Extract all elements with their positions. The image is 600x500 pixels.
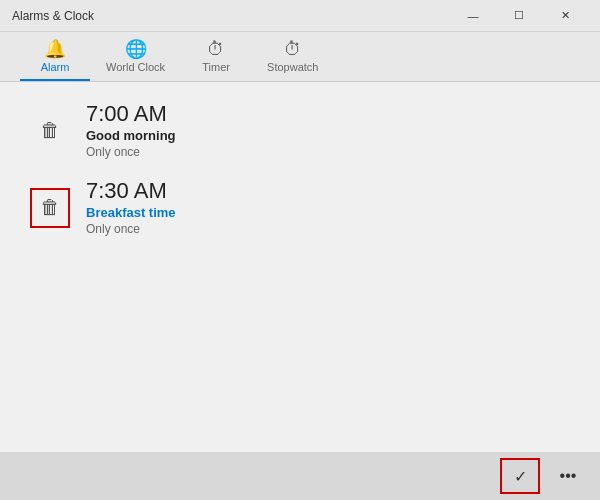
tab-bar: 🔔 Alarm 🌐 World Clock ⏱ Timer ⏱ Stopwatc…	[0, 32, 600, 82]
alarm-item-2: 🗑 7:30 AM Breakfast time Only once	[30, 179, 570, 236]
alarm-item-1: 🗑 7:00 AM Good morning Only once	[30, 102, 570, 159]
world-clock-tab-label: World Clock	[106, 61, 165, 73]
alarm-info-2: 7:30 AM Breakfast time Only once	[86, 179, 176, 236]
window-controls: — ☐ ✕	[450, 0, 588, 32]
title-bar: Alarms & Clock — ☐ ✕	[0, 0, 600, 32]
stopwatch-tab-icon: ⏱	[284, 40, 302, 58]
alarm-time-1: 7:00 AM	[86, 102, 176, 126]
tab-timer[interactable]: ⏱ Timer	[181, 32, 251, 81]
tab-alarm[interactable]: 🔔 Alarm	[20, 32, 90, 81]
timer-tab-icon: ⏱	[207, 40, 225, 58]
more-options-button[interactable]: •••	[548, 458, 588, 494]
alarm-info-1: 7:00 AM Good morning Only once	[86, 102, 176, 159]
tab-world-clock[interactable]: 🌐 World Clock	[90, 32, 181, 81]
alarm-time-2: 7:30 AM	[86, 179, 176, 203]
confirm-button[interactable]: ✓	[500, 458, 540, 494]
bottom-bar: ✓ •••	[0, 452, 600, 500]
alarm-recur-2: Only once	[86, 222, 176, 236]
main-content: 🗑 7:00 AM Good morning Only once 🗑 7:30 …	[0, 82, 600, 452]
alarm-name-2: Breakfast time	[86, 205, 176, 220]
trash-icon-1: 🗑	[40, 119, 60, 142]
stopwatch-tab-label: Stopwatch	[267, 61, 318, 73]
minimize-button[interactable]: —	[450, 0, 496, 32]
alarm-delete-icon-wrap-1[interactable]: 🗑	[30, 111, 70, 151]
alarm-delete-icon-wrap-2[interactable]: 🗑	[30, 188, 70, 228]
alarm-tab-icon: 🔔	[44, 40, 66, 58]
alarm-name-1: Good morning	[86, 128, 176, 143]
alarm-recur-1: Only once	[86, 145, 176, 159]
close-button[interactable]: ✕	[542, 0, 588, 32]
alarm-tab-label: Alarm	[41, 61, 70, 73]
trash-icon-2: 🗑	[40, 196, 60, 219]
window-title: Alarms & Clock	[12, 9, 450, 23]
maximize-button[interactable]: ☐	[496, 0, 542, 32]
world-clock-tab-icon: 🌐	[125, 40, 147, 58]
timer-tab-label: Timer	[202, 61, 230, 73]
tab-stopwatch[interactable]: ⏱ Stopwatch	[251, 32, 334, 81]
